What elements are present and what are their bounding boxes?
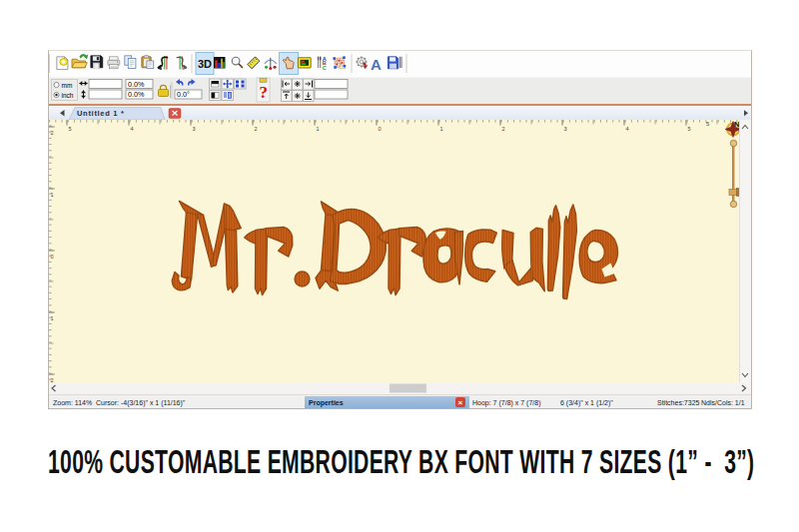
svg-text:2: 2 — [502, 126, 505, 132]
svg-text:0.0%: 0.0% — [128, 90, 145, 99]
svg-text:0.0°: 0.0° — [177, 90, 190, 99]
svg-text:5: 5 — [688, 126, 691, 132]
svg-text:4: 4 — [626, 126, 629, 132]
svg-text:1: 1 — [440, 126, 443, 132]
svg-text:1: 1 — [51, 315, 54, 321]
svg-text:A: A — [371, 56, 382, 73]
svg-text:3: 3 — [193, 126, 196, 132]
svg-text:5: 5 — [69, 126, 72, 132]
svg-text:4: 4 — [131, 126, 134, 132]
svg-text:2: 2 — [255, 126, 258, 132]
svg-text:inch: inch — [62, 92, 74, 99]
svg-text:1: 1 — [317, 126, 320, 132]
svg-text:Untitled 1 *: Untitled 1 * — [77, 109, 125, 118]
svg-text:3D: 3D — [198, 58, 212, 70]
svg-text:5: 5 — [706, 121, 710, 127]
svg-text:C: C — [323, 65, 327, 71]
svg-text:3: 3 — [564, 126, 567, 132]
svg-text:mm: mm — [62, 82, 73, 89]
svg-text:0.0%: 0.0% — [128, 80, 145, 89]
svg-text:2: 2 — [51, 130, 54, 136]
svg-text:0: 0 — [51, 254, 54, 260]
svg-text:1: 1 — [51, 192, 54, 198]
svg-text:?: ? — [260, 83, 269, 102]
svg-text:0: 0 — [379, 126, 382, 132]
